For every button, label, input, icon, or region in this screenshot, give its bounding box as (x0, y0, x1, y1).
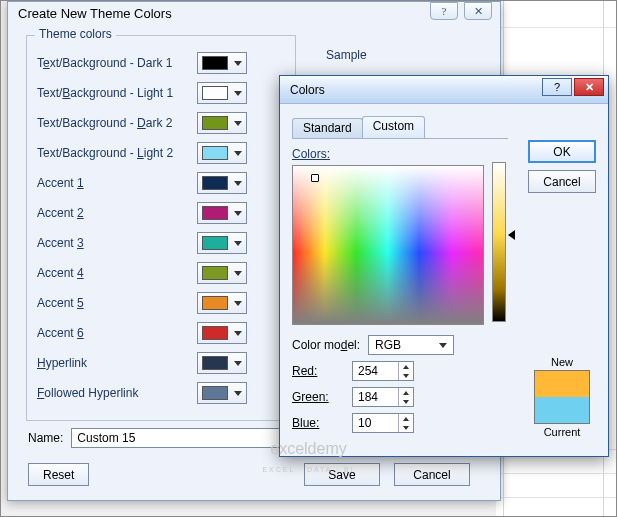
spectrum-cursor[interactable] (311, 174, 319, 182)
color-swatch (202, 146, 228, 160)
theme-color-label: Accent 5 (37, 296, 197, 310)
chevron-down-icon (234, 301, 242, 306)
colors-label: Colors: (292, 147, 508, 161)
chevron-down-icon (234, 151, 242, 156)
name-input[interactable] (71, 428, 281, 448)
theme-color-row: Text/Background - Dark 1 (37, 50, 285, 76)
theme-color-picker[interactable] (197, 352, 247, 374)
theme-color-picker[interactable] (197, 202, 247, 224)
theme-colors-group: Theme colors Text/Background - Dark 1Tex… (26, 35, 296, 421)
theme-color-label: Accent 6 (37, 326, 197, 340)
color-swatch (202, 356, 228, 370)
new-color-swatch (535, 371, 589, 397)
theme-color-label: Accent 2 (37, 206, 197, 220)
theme-color-row: Accent 2 (37, 200, 285, 226)
sample-label: Sample (326, 48, 367, 62)
theme-color-row: Accent 4 (37, 260, 285, 286)
chevron-down-icon (234, 391, 242, 396)
blue-spinner[interactable]: 10 (352, 413, 414, 433)
theme-color-picker[interactable] (197, 322, 247, 344)
theme-color-picker[interactable] (197, 112, 247, 134)
theme-color-label: Text/Background - Light 1 (37, 86, 197, 100)
current-color-swatch (535, 397, 589, 423)
chevron-down-icon (234, 271, 242, 276)
chevron-down-icon (234, 241, 242, 246)
colors-titlebar[interactable]: Colors ? ✕ (280, 76, 608, 104)
close-icon[interactable]: ✕ (464, 2, 492, 20)
theme-color-row: Text/Background - Light 1 (37, 80, 285, 106)
chevron-down-icon (234, 211, 242, 216)
color-swatch (202, 296, 228, 310)
theme-color-picker[interactable] (197, 232, 247, 254)
color-swatch (202, 86, 228, 100)
save-button[interactable]: Save (304, 463, 380, 486)
color-swatch (202, 116, 228, 130)
chevron-down-icon (234, 331, 242, 336)
color-spectrum[interactable] (292, 165, 484, 325)
theme-color-label: Accent 1 (37, 176, 197, 190)
colors-title: Colors (290, 83, 325, 97)
theme-color-picker[interactable] (197, 262, 247, 284)
reset-button[interactable]: Reset (28, 463, 89, 486)
chevron-down-icon (234, 61, 242, 66)
ok-button[interactable]: OK (528, 140, 596, 163)
color-swatch (202, 266, 228, 280)
theme-color-row: Followed Hyperlink (37, 380, 285, 406)
theme-color-row: Accent 6 (37, 320, 285, 346)
color-swatch (202, 386, 228, 400)
theme-color-label: Accent 3 (37, 236, 197, 250)
blue-label: Blue: (292, 416, 342, 430)
color-swatch (202, 236, 228, 250)
chevron-down-icon (439, 343, 447, 348)
color-swatch (202, 206, 228, 220)
colors-dialog: Colors ? ✕ Standard Custom OK Cancel Col… (279, 75, 609, 457)
theme-color-picker[interactable] (197, 172, 247, 194)
chevron-down-icon (234, 361, 242, 366)
theme-color-label: Text/Background - Dark 1 (37, 56, 197, 70)
color-model-label: Color model: (292, 338, 360, 352)
chevron-down-icon (234, 181, 242, 186)
theme-color-label: Hyperlink (37, 356, 197, 370)
theme-color-label: Followed Hyperlink (37, 386, 197, 400)
luminance-pointer-icon[interactable] (508, 230, 515, 240)
new-current-preview: New Current (528, 356, 596, 438)
theme-color-row: Hyperlink (37, 350, 285, 376)
red-spinner[interactable]: 254 (352, 361, 414, 381)
cancel-button[interactable]: Cancel (394, 463, 470, 486)
color-swatch (202, 176, 228, 190)
close-icon[interactable]: ✕ (574, 78, 604, 96)
theme-color-row: Text/Background - Light 2 (37, 140, 285, 166)
color-swatch (202, 326, 228, 340)
current-label: Current (528, 426, 596, 438)
dialog-title: Create New Theme Colors (8, 2, 500, 21)
cancel-button[interactable]: Cancel (528, 170, 596, 193)
theme-color-row: Text/Background - Dark 2 (37, 110, 285, 136)
help-icon[interactable]: ? (542, 78, 572, 96)
name-label: Name: (28, 431, 63, 445)
new-label: New (528, 356, 596, 368)
color-model-select[interactable]: RGB (368, 335, 454, 355)
theme-color-label: Text/Background - Light 2 (37, 146, 197, 160)
theme-color-row: Accent 1 (37, 170, 285, 196)
color-swatch (202, 56, 228, 70)
red-label: Red: (292, 364, 342, 378)
chevron-down-icon (234, 91, 242, 96)
group-legend: Theme colors (35, 27, 116, 41)
theme-color-label: Accent 4 (37, 266, 197, 280)
chevron-down-icon (234, 121, 242, 126)
help-icon[interactable]: ? (430, 2, 458, 20)
theme-color-picker[interactable] (197, 52, 247, 74)
tab-standard[interactable]: Standard (292, 118, 363, 138)
theme-color-picker[interactable] (197, 292, 247, 314)
green-label: Green: (292, 390, 342, 404)
theme-color-row: Accent 3 (37, 230, 285, 256)
tab-custom[interactable]: Custom (362, 116, 425, 138)
theme-color-picker[interactable] (197, 382, 247, 404)
luminance-bar[interactable] (492, 162, 506, 322)
theme-color-picker[interactable] (197, 82, 247, 104)
green-spinner[interactable]: 184 (352, 387, 414, 407)
theme-color-label: Text/Background - Dark 2 (37, 116, 197, 130)
theme-color-row: Accent 5 (37, 290, 285, 316)
theme-color-picker[interactable] (197, 142, 247, 164)
